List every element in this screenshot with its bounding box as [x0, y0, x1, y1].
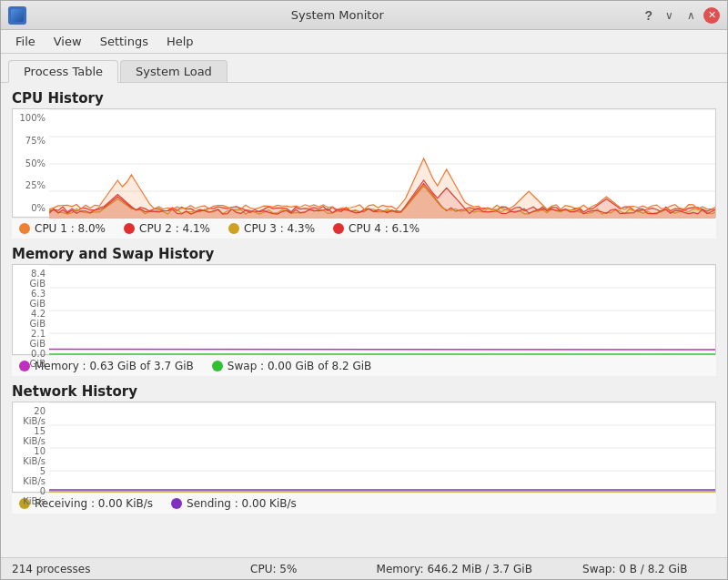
window-controls: ? ∨ ∧ ✕	[641, 7, 720, 24]
cpu-y-labels: 100% 75% 50% 25% 0%	[13, 109, 49, 217]
cpu3-legend: CPU 3 : 4.3%	[228, 222, 315, 235]
network-section: Network History 20 KiB/s 15 KiB/s 10 KiB…	[12, 383, 716, 514]
main-content: CPU History 100% 75% 50% 25% 0% CPU 1 : …	[1, 83, 727, 557]
cpu1-dot	[19, 223, 30, 234]
network-title: Network History	[12, 383, 716, 400]
cpu-chart-area	[49, 109, 715, 219]
cpu3-label: CPU 3 : 4.3%	[244, 222, 315, 235]
memory-label: Memory : 0.63 GiB of 3.7 GiB	[35, 360, 194, 372]
maximize-button[interactable]: ∧	[682, 7, 700, 24]
cpu-title: CPU History	[12, 90, 716, 107]
swap-legend-item: Swap : 0.00 GiB of 8.2 GiB	[212, 360, 371, 372]
menu-settings[interactable]: Settings	[93, 33, 156, 50]
network-y-labels: 20 KiB/s 15 KiB/s 10 KiB/s 5 KiB/s 0 KiB…	[13, 402, 49, 492]
sending-dot	[171, 498, 182, 509]
help-button[interactable]: ?	[641, 7, 656, 24]
sending-label: Sending : 0.00 KiB/s	[187, 497, 297, 510]
menubar: File View Settings Help	[1, 30, 727, 54]
memory-chart: 8.4 GiB 6.3 GiB 4.2 GiB 2.1 GiB 0.0 GiB	[12, 264, 716, 355]
sending-legend-item: Sending : 0.00 KiB/s	[171, 497, 297, 510]
memory-chart-area	[49, 265, 715, 356]
tab-system-load[interactable]: System Load	[120, 60, 228, 82]
cpu2-legend: CPU 2 : 4.1%	[124, 222, 210, 235]
main-window: System Monitor ? ∨ ∧ ✕ File View Setting…	[0, 0, 728, 580]
cpu2-label: CPU 2 : 4.1%	[139, 222, 210, 235]
titlebar: System Monitor ? ∨ ∧ ✕	[1, 1, 727, 30]
cpu4-label: CPU 4 : 6.1%	[349, 222, 420, 235]
receiving-label: Receiving : 0.00 KiB/s	[35, 497, 153, 510]
memory-status: Memory: 646.2 MiB / 3.7 GiB	[373, 563, 536, 575]
swap-dot	[212, 361, 223, 371]
minimize-button[interactable]: ∨	[660, 7, 678, 24]
cpu-section: CPU History 100% 75% 50% 25% 0% CPU 1 : …	[12, 90, 716, 239]
window-title: System Monitor	[34, 8, 641, 22]
menu-file[interactable]: File	[8, 33, 43, 50]
cpu4-legend: CPU 4 : 6.1%	[333, 222, 420, 235]
menu-view[interactable]: View	[46, 33, 89, 50]
swap-label: Swap : 0.00 GiB of 8.2 GiB	[228, 360, 371, 372]
cpu3-dot	[228, 223, 239, 234]
memory-section: Memory and Swap History 8.4 GiB 6.3 GiB …	[12, 246, 716, 376]
cpu4-dot	[333, 223, 344, 234]
memory-legend: Memory : 0.63 GiB of 3.7 GiB Swap : 0.00…	[12, 355, 716, 376]
swap-status: Swap: 0 B / 8.2 GiB	[554, 563, 717, 575]
app-icon	[8, 6, 26, 25]
cpu1-legend: CPU 1 : 8.0%	[19, 222, 106, 235]
memory-y-labels: 8.4 GiB 6.3 GiB 4.2 GiB 2.1 GiB 0.0 GiB	[13, 265, 49, 354]
cpu-legend: CPU 1 : 8.0% CPU 2 : 4.1% CPU 3 : 4.3% C…	[12, 218, 716, 239]
memory-title: Memory and Swap History	[12, 246, 716, 262]
statusbar: 214 processes CPU: 5% Memory: 646.2 MiB …	[1, 557, 727, 579]
menu-help[interactable]: Help	[159, 33, 201, 50]
tab-process-table[interactable]: Process Table	[8, 60, 118, 83]
cpu-chart: 100% 75% 50% 25% 0%	[12, 108, 716, 218]
processes-count: 214 processes	[12, 563, 175, 575]
network-chart-area	[49, 402, 715, 494]
network-legend: Receiving : 0.00 KiB/s Sending : 0.00 Ki…	[12, 493, 716, 514]
cpu-status: CPU: 5%	[193, 563, 356, 575]
network-chart: 20 KiB/s 15 KiB/s 10 KiB/s 5 KiB/s 0 KiB…	[12, 402, 716, 493]
cpu2-dot	[124, 223, 135, 234]
close-button[interactable]: ✕	[703, 7, 720, 24]
tab-bar: Process Table System Load	[1, 54, 727, 83]
cpu1-label: CPU 1 : 8.0%	[35, 222, 106, 235]
